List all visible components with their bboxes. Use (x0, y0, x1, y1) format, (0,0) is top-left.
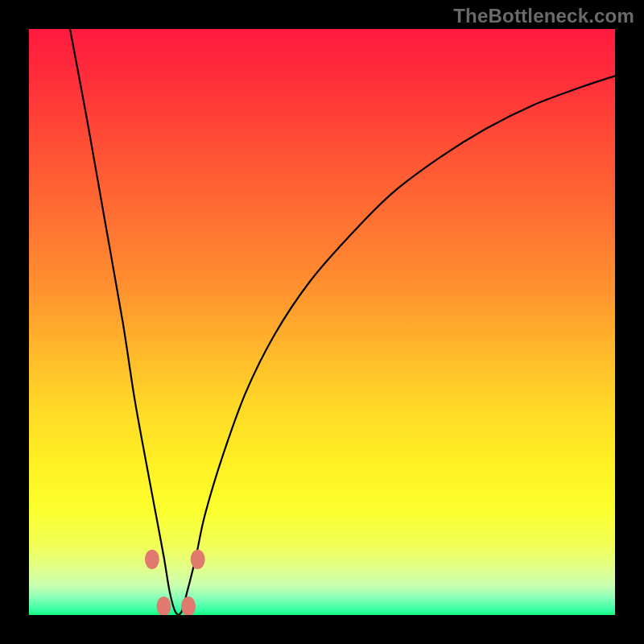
valley-markers (145, 550, 205, 615)
chart-plot-area (29, 29, 615, 615)
valley-left-floor (156, 597, 171, 615)
chart-overlay (29, 29, 615, 615)
attribution-text: TheBottleneck.com (453, 5, 634, 27)
valley-left-upper (145, 550, 159, 569)
valley-right-upper (191, 550, 205, 569)
chart-frame: TheBottleneck.com (0, 0, 644, 644)
valley-right-floor (181, 597, 196, 615)
bottleneck-curve-path (70, 29, 615, 615)
